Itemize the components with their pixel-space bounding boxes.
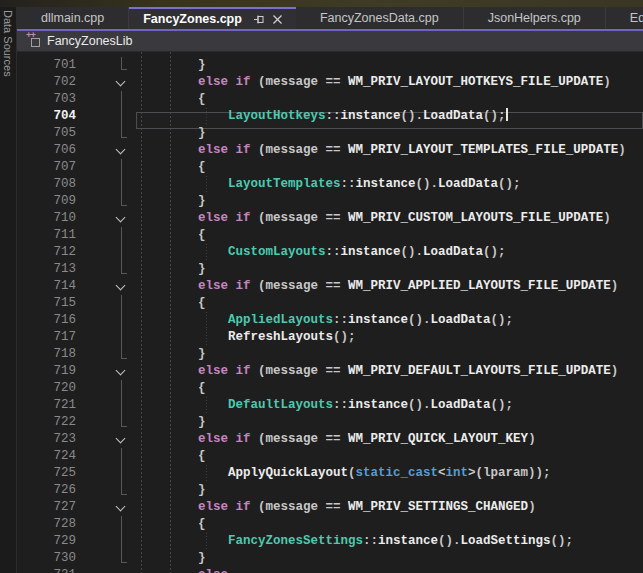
- code-text: {: [138, 91, 206, 108]
- line-number: 702: [17, 74, 76, 91]
- code-line-709[interactable]: 709 }: [17, 193, 643, 210]
- code-text: {: [138, 516, 206, 533]
- fold-margin: [113, 414, 130, 431]
- code-line-718[interactable]: 718 }: [17, 346, 643, 363]
- code-line-704[interactable]: 704 LayoutHotkeys::instance().LoadData()…: [17, 108, 643, 125]
- code-line-725[interactable]: 725 ApplyQuickLayout(static_cast<int>(lp…: [17, 465, 643, 482]
- code-line-723[interactable]: 723 else if (message == WM_PRIV_QUICK_LA…: [17, 431, 643, 448]
- code-line-729[interactable]: 729 FancyZonesSettings::instance().LoadS…: [17, 533, 643, 550]
- code-line-728[interactable]: 728 {: [17, 516, 643, 533]
- fold-margin: [113, 516, 130, 533]
- collapse-chevron-icon[interactable]: [113, 499, 130, 516]
- data-sources-tab[interactable]: Data Sources: [2, 7, 14, 77]
- code-line-716[interactable]: 716 AppliedLayouts::instance().LoadData(…: [17, 312, 643, 329]
- line-number: 705: [17, 125, 76, 142]
- code-text: }: [138, 125, 206, 142]
- fold-margin: [113, 312, 130, 329]
- code-line-731[interactable]: 731 else: [17, 567, 643, 573]
- code-line-722[interactable]: 722 }: [17, 414, 643, 431]
- line-number: 719: [17, 363, 76, 380]
- code-text: {: [138, 295, 206, 312]
- code-text: else if (message == WM_PRIV_DEFAULT_LAYO…: [138, 363, 618, 380]
- breadcrumb-item-project[interactable]: FancyZonesLib: [47, 34, 132, 48]
- collapse-chevron-icon[interactable]: [113, 142, 130, 159]
- fold-margin: [113, 57, 130, 74]
- code-editor[interactable]: 701 }702 else if (message == WM_PRIV_LAY…: [17, 52, 643, 573]
- line-number: 726: [17, 482, 76, 499]
- code-line-710[interactable]: 710 else if (message == WM_PRIV_CUSTOM_L…: [17, 210, 643, 227]
- top-strip: [0, 0, 643, 7]
- code-line-724[interactable]: 724 {: [17, 448, 643, 465]
- code-line-707[interactable]: 707 {: [17, 159, 643, 176]
- code-line-711[interactable]: 711 {: [17, 227, 643, 244]
- collapse-chevron-icon[interactable]: [113, 363, 130, 380]
- tab-label: FancyZonesData.cpp: [320, 11, 439, 25]
- collapse-chevron-icon[interactable]: [113, 74, 130, 91]
- line-number: 710: [17, 210, 76, 227]
- code-line-715[interactable]: 715 {: [17, 295, 643, 312]
- collapse-chevron-icon[interactable]: [113, 278, 130, 295]
- code-text: }: [138, 414, 206, 431]
- line-number: 701: [17, 57, 76, 74]
- line-number: 713: [17, 261, 76, 278]
- line-number: 709: [17, 193, 76, 210]
- code-line-730[interactable]: 730 }: [17, 550, 643, 567]
- collapse-chevron-icon[interactable]: [113, 567, 130, 573]
- code-line-708[interactable]: 708 LayoutTemplates::instance().LoadData…: [17, 176, 643, 193]
- code-line-714[interactable]: 714 else if (message == WM_PRIV_APPLIED_…: [17, 278, 643, 295]
- code-line-719[interactable]: 719 else if (message == WM_PRIV_DEFAULT_…: [17, 363, 643, 380]
- code-text: }: [138, 346, 206, 363]
- code-text: {: [138, 159, 206, 176]
- code-text: FancyZonesSettings::instance().LoadSetti…: [138, 533, 573, 550]
- code-text: }: [138, 57, 206, 74]
- collapse-chevron-icon[interactable]: [113, 210, 130, 227]
- code-text: CustomLayouts::instance().LoadData();: [138, 244, 506, 261]
- line-number: 707: [17, 159, 76, 176]
- fold-margin: [113, 295, 130, 312]
- code-line-717[interactable]: 717 RefreshLayouts();: [17, 329, 643, 346]
- code-line-727[interactable]: 727 else if (message == WM_PRIV_SETTINGS…: [17, 499, 643, 516]
- code-line-726[interactable]: 726 }: [17, 482, 643, 499]
- code-text: {: [138, 448, 206, 465]
- tab-bar: dllmain.cppFancyZones.cppFancyZonesData.…: [17, 7, 643, 29]
- code-line-702[interactable]: 702 else if (message == WM_PRIV_LAYOUT_H…: [17, 74, 643, 91]
- line-number: 731: [17, 567, 76, 573]
- fold-margin: [113, 176, 130, 193]
- line-number: 725: [17, 465, 76, 482]
- close-icon[interactable]: [270, 11, 286, 27]
- code-text: ApplyQuickLayout(static_cast<int>(lparam…: [138, 465, 551, 482]
- tab-editorparamete[interactable]: EditorParamete: [606, 7, 643, 29]
- line-number: 715: [17, 295, 76, 312]
- code-line-705[interactable]: 705 }: [17, 125, 643, 142]
- code-text: else: [138, 567, 228, 573]
- code-text: RefreshLayouts();: [138, 329, 356, 346]
- code-text: DefaultLayouts::instance().LoadData();: [138, 397, 513, 414]
- tab-jsonhelpers-cpp[interactable]: JsonHelpers.cpp: [464, 7, 606, 29]
- code-line-712[interactable]: 712 CustomLayouts::instance().LoadData()…: [17, 244, 643, 261]
- code-text: }: [138, 193, 206, 210]
- code-line-701[interactable]: 701 }: [17, 57, 643, 74]
- code-text: else if (message == WM_PRIV_CUSTOM_LAYOU…: [138, 210, 611, 227]
- code-text: {: [138, 380, 206, 397]
- fold-margin: [113, 465, 130, 482]
- fold-margin: [113, 380, 130, 397]
- tab-dllmain-cpp[interactable]: dllmain.cpp: [17, 7, 129, 29]
- code-text: }: [138, 261, 206, 278]
- tab-fancyzonesdata-cpp[interactable]: FancyZonesData.cpp: [296, 7, 464, 29]
- line-number: 706: [17, 142, 76, 159]
- fold-margin: [113, 125, 130, 142]
- tab-fancyzones-cpp[interactable]: FancyZones.cpp: [129, 7, 296, 29]
- code-line-721[interactable]: 721 DefaultLayouts::instance().LoadData(…: [17, 397, 643, 414]
- pin-icon[interactable]: [252, 11, 268, 27]
- code-line-706[interactable]: 706 else if (message == WM_PRIV_LAYOUT_T…: [17, 142, 643, 159]
- line-number: 723: [17, 431, 76, 448]
- code-line-720[interactable]: 720 {: [17, 380, 643, 397]
- code-line-703[interactable]: 703 {: [17, 91, 643, 108]
- code-text: else if (message == WM_PRIV_LAYOUT_TEMPL…: [138, 142, 626, 159]
- line-number: 718: [17, 346, 76, 363]
- code-line-713[interactable]: 713 }: [17, 261, 643, 278]
- cpp-project-icon: ++: [26, 34, 41, 48]
- code-text: else if (message == WM_PRIV_LAYOUT_HOTKE…: [138, 74, 611, 91]
- code-text: AppliedLayouts::instance().LoadData();: [138, 312, 513, 329]
- collapse-chevron-icon[interactable]: [113, 431, 130, 448]
